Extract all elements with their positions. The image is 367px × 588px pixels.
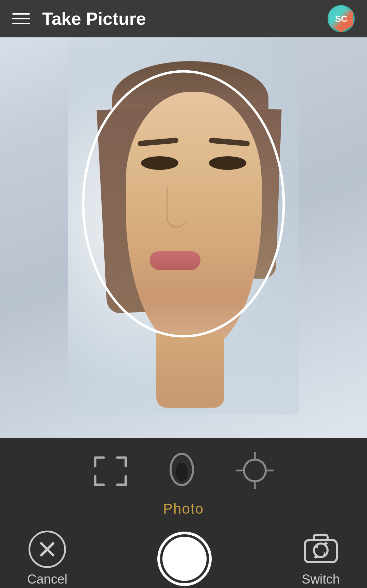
svg-point-3 [244,460,266,481]
face-outline-icon[interactable] [168,452,195,491]
svg-marker-12 [325,541,328,546]
avatar[interactable]: SC [328,5,355,32]
controls-panel: Photo Cancel [0,438,367,588]
camera-options-row [0,452,367,491]
frame-corners-icon[interactable] [93,456,127,486]
nose [167,187,187,228]
face-container [68,41,299,414]
switch-label: Switch [302,572,340,587]
crosshair-icon[interactable] [236,452,274,491]
menu-line-2 [12,18,30,19]
shutter-button[interactable] [157,532,212,586]
menu-line-1 [12,13,30,15]
lips [150,251,200,270]
camera-preview [0,37,367,438]
photo-mode-label[interactable]: Photo [163,501,204,517]
camera-switch-icon [302,531,339,568]
eye-right [209,156,246,170]
svg-point-11 [314,544,328,557]
page-title: Take Picture [42,8,328,29]
header: Take Picture SC [0,0,367,37]
camera-action-row: Cancel [0,531,367,587]
neck [156,333,224,408]
cancel-button[interactable]: Cancel [27,531,67,587]
cancel-circle [29,531,66,568]
shutter-inner [162,537,207,581]
svg-marker-13 [314,555,316,559]
switch-camera-button[interactable]: Switch [302,531,340,587]
camera-view [0,37,367,438]
menu-line-3 [12,23,30,24]
cancel-label: Cancel [27,572,67,587]
svg-point-2 [176,463,188,482]
avatar-text: SC [335,14,347,24]
menu-button[interactable] [12,10,30,28]
face-skin [126,92,262,350]
eye-left [141,156,178,170]
